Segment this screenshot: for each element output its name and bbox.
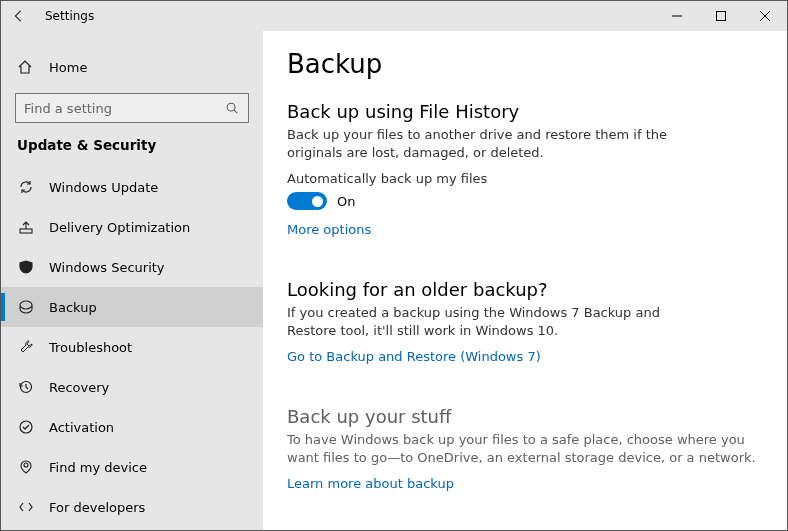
sidebar-item-label: For developers xyxy=(49,500,145,515)
sidebar-item-troubleshoot[interactable]: Troubleshoot xyxy=(1,327,263,367)
sidebar-item-label: Backup xyxy=(49,300,97,315)
sync-icon xyxy=(17,179,35,195)
sidebar: Home Update & Security Windows Update xyxy=(1,31,263,530)
svg-rect-1 xyxy=(717,12,726,21)
sidebar-item-label: Delivery Optimization xyxy=(49,220,190,235)
auto-backup-toggle[interactable] xyxy=(287,192,327,210)
section-older-backup: Looking for an older backup? If you crea… xyxy=(287,279,763,386)
sidebar-item-activation[interactable]: Activation xyxy=(1,407,263,447)
maximize-button[interactable] xyxy=(699,1,743,31)
svg-point-4 xyxy=(227,103,235,111)
svg-line-5 xyxy=(234,110,237,113)
sidebar-item-recovery[interactable]: Recovery xyxy=(1,367,263,407)
sidebar-item-find-my-device[interactable]: Find my device xyxy=(1,447,263,487)
sidebar-item-delivery-optimization[interactable]: Delivery Optimization xyxy=(1,207,263,247)
home-icon xyxy=(17,59,35,75)
section-file-history: Back up using File History Back up your … xyxy=(287,101,763,259)
backup-restore-win7-link[interactable]: Go to Backup and Restore (Windows 7) xyxy=(287,349,541,364)
search-box[interactable] xyxy=(15,93,249,123)
more-options-link[interactable]: More options xyxy=(287,222,371,237)
section-heading: Back up using File History xyxy=(287,101,763,122)
svg-point-8 xyxy=(20,421,32,433)
section-heading: Back up your stuff xyxy=(287,406,763,427)
back-button[interactable] xyxy=(1,1,37,31)
sidebar-item-windows-security[interactable]: Windows Security xyxy=(1,247,263,287)
wrench-icon xyxy=(17,339,35,355)
developers-icon xyxy=(17,499,35,515)
sidebar-item-label: Troubleshoot xyxy=(49,340,132,355)
sidebar-item-label: Windows Security xyxy=(49,260,165,275)
page-title: Backup xyxy=(287,49,763,79)
sidebar-item-label: Recovery xyxy=(49,380,109,395)
sidebar-item-for-developers[interactable]: For developers xyxy=(1,487,263,527)
sidebar-item-label: Windows Update xyxy=(49,180,158,195)
titlebar: Settings xyxy=(1,1,787,31)
sidebar-item-windows-update[interactable]: Windows Update xyxy=(1,167,263,207)
section-desc: To have Windows back up your files to a … xyxy=(287,431,763,466)
content-pane: Backup Back up using File History Back u… xyxy=(263,31,787,530)
location-icon xyxy=(17,459,35,475)
window-title: Settings xyxy=(45,9,94,23)
sidebar-item-label: Find my device xyxy=(49,460,147,475)
minimize-button[interactable] xyxy=(655,1,699,31)
activation-icon xyxy=(17,419,35,435)
section-desc: Back up your files to another drive and … xyxy=(287,126,687,161)
search-icon xyxy=(224,101,240,115)
svg-point-9 xyxy=(24,463,28,467)
toggle-label: Automatically back up my files xyxy=(287,171,763,186)
shield-icon xyxy=(17,259,35,275)
search-input[interactable] xyxy=(24,101,224,116)
section-heading: Looking for an older backup? xyxy=(287,279,763,300)
section-desc: If you created a backup using the Window… xyxy=(287,304,687,339)
sidebar-item-backup[interactable]: Backup xyxy=(1,287,263,327)
recovery-icon xyxy=(17,379,35,395)
backup-icon xyxy=(17,299,35,315)
sidebar-item-label: Activation xyxy=(49,420,114,435)
sidebar-home[interactable]: Home xyxy=(1,49,263,85)
close-button[interactable] xyxy=(743,1,787,31)
svg-rect-6 xyxy=(20,229,32,233)
sidebar-category: Update & Security xyxy=(1,137,263,167)
sidebar-home-label: Home xyxy=(49,60,87,75)
section-back-up-your-stuff: Back up your stuff To have Windows back … xyxy=(287,406,763,513)
learn-more-backup-link[interactable]: Learn more about backup xyxy=(287,476,454,491)
delivery-icon xyxy=(17,219,35,235)
toggle-state: On xyxy=(337,194,355,209)
sidebar-nav: Windows Update Delivery Optimization Win… xyxy=(1,167,263,527)
